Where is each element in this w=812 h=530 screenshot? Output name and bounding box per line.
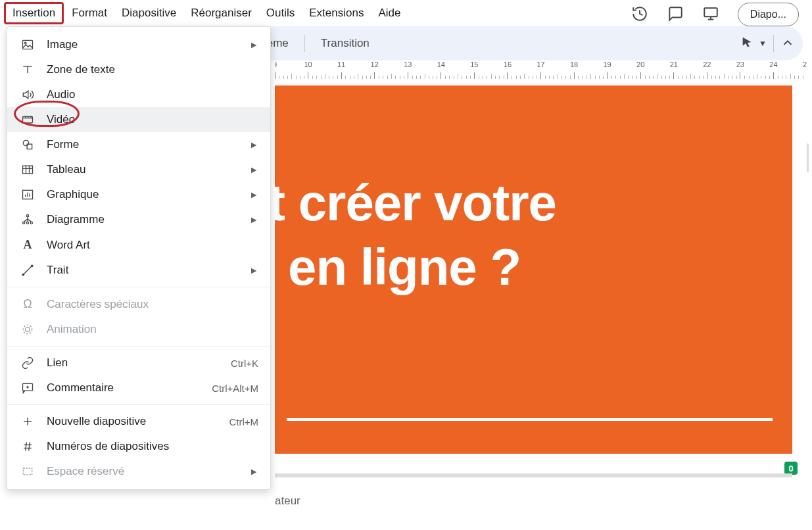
- menu-item-link[interactable]: Lien Ctrl+K: [7, 350, 270, 375]
- menu-item-textbox[interactable]: Zone de texte: [7, 57, 270, 82]
- menu-extensions[interactable]: Extensions: [302, 4, 370, 22]
- menu-item-video[interactable]: Vidéo: [7, 107, 270, 132]
- menu-item-shape[interactable]: Forme ►: [7, 132, 270, 157]
- menu-label: Réorganiser: [191, 7, 252, 19]
- submenu-arrow-icon: ►: [249, 466, 258, 477]
- menu-item-placeholder: Espace réservé ►: [7, 459, 270, 484]
- menu-item-shortcut: Ctrl+K: [231, 358, 258, 369]
- slideshow-button[interactable]: Diapo...: [738, 3, 799, 26]
- svg-point-37: [26, 327, 30, 332]
- audio-icon: [20, 88, 35, 101]
- menu-item-label: Animation: [47, 323, 258, 336]
- svg-point-7: [24, 42, 26, 44]
- submenu-arrow-icon: ►: [249, 164, 258, 175]
- toolbar-right: ▼: [740, 35, 795, 52]
- speaker-notes-text: ateur: [275, 494, 300, 507]
- svg-rect-6: [23, 40, 33, 49]
- diagram-icon: [20, 213, 35, 226]
- svg-point-26: [26, 215, 28, 217]
- transition-button[interactable]: Transition: [312, 32, 379, 55]
- comment-icon[interactable]: [667, 5, 684, 24]
- menu-item-label: Trait: [47, 264, 237, 277]
- menu-item-label: Diagramme: [47, 213, 237, 226]
- menu-aide[interactable]: Aide: [371, 4, 407, 22]
- svg-rect-48: [23, 468, 32, 475]
- menu-item-diagram[interactable]: Diagramme ►: [7, 207, 270, 232]
- table-icon: [20, 163, 35, 176]
- menu-item-animation: Animation: [7, 317, 270, 342]
- slide-title[interactable]: t créer votre en ligne ?: [275, 171, 556, 299]
- dropdown-caret-icon[interactable]: ▼: [759, 39, 767, 48]
- history-icon[interactable]: [631, 5, 648, 24]
- line-icon: [20, 264, 35, 277]
- svg-line-33: [28, 219, 32, 222]
- side-panel-handle[interactable]: [803, 132, 812, 184]
- svg-line-46: [26, 442, 27, 450]
- slide-title-line: en ligne ?: [275, 235, 556, 300]
- menu-item-label: Audio: [47, 88, 258, 101]
- menu-item-label: Espace réservé: [47, 465, 237, 478]
- slideshow-button-label: Diapo...: [750, 9, 786, 20]
- menu-item-special-chars: Ω Caractères spéciaux: [7, 291, 270, 317]
- slide[interactable]: t créer votre en ligne ?: [275, 85, 792, 454]
- insertion-dropdown: Image ► Zone de texte Audio Vidéo Forme …: [7, 26, 271, 490]
- toolbar-separator: [773, 35, 774, 52]
- submenu-arrow-icon: ►: [249, 214, 258, 225]
- menu-format[interactable]: Format: [65, 4, 114, 22]
- menu-diapositive[interactable]: Diapositive: [115, 4, 183, 22]
- menu-item-slide-numbers[interactable]: Numéros de diapositives: [7, 434, 270, 459]
- svg-line-31: [24, 219, 28, 222]
- wordart-icon: A: [20, 238, 35, 252]
- svg-rect-0: [704, 8, 717, 16]
- collapse-toolbar-icon[interactable]: [780, 36, 795, 52]
- cursor-mode-icon[interactable]: [740, 36, 755, 52]
- menu-reorganiser[interactable]: Réorganiser: [184, 4, 258, 22]
- svg-point-16: [23, 140, 28, 145]
- toolbar-separator: [304, 35, 305, 52]
- menu-item-label: Image: [47, 38, 237, 51]
- chart-icon: [20, 188, 35, 201]
- menu-item-image[interactable]: Image ►: [7, 32, 270, 57]
- menu-separator: [7, 346, 270, 347]
- menu-item-label: Graphique: [47, 188, 237, 201]
- top-right-icons: Diapo...: [625, 0, 805, 29]
- present-icon[interactable]: [702, 5, 719, 24]
- menu-item-shortcut: Ctrl+M: [229, 416, 258, 427]
- svg-marker-10: [23, 91, 28, 99]
- shape-icon: [20, 138, 35, 151]
- menu-outils[interactable]: Outils: [260, 4, 301, 22]
- menu-item-audio[interactable]: Audio: [7, 82, 270, 107]
- toolbar-label: Transition: [321, 37, 370, 49]
- speaker-notes[interactable]: ateur: [275, 473, 792, 508]
- menu-separator: [7, 404, 270, 405]
- menu-item-new-slide[interactable]: Nouvelle diapositive Ctrl+M: [7, 409, 270, 434]
- horizontal-ruler: 910111213141516171819202122232425: [275, 60, 807, 79]
- menu-item-label: Word Art: [47, 239, 258, 252]
- submenu-arrow-icon: ►: [249, 189, 258, 200]
- svg-rect-18: [23, 166, 33, 174]
- svg-point-27: [23, 222, 25, 224]
- animation-icon: [20, 323, 35, 336]
- menu-item-shortcut: Ctrl+Alt+M: [212, 383, 258, 394]
- submenu-arrow-icon: ►: [249, 139, 258, 150]
- submenu-arrow-icon: ►: [249, 265, 258, 276]
- menu-item-label: Zone de texte: [47, 63, 258, 76]
- menu-item-label: Forme: [47, 138, 237, 151]
- video-icon: [20, 113, 35, 126]
- svg-point-29: [30, 222, 32, 224]
- slide-title-line: t créer votre: [275, 171, 556, 235]
- menu-item-comment[interactable]: Commentaire Ctrl+Alt+M: [7, 375, 270, 400]
- menu-label: Insertion: [12, 7, 55, 19]
- omega-icon: Ω: [20, 297, 35, 311]
- menu-item-chart[interactable]: Graphique ►: [7, 182, 270, 207]
- menu-separator: [7, 287, 270, 287]
- menu-label: Outils: [266, 7, 295, 19]
- menu-item-wordart[interactable]: A Word Art: [7, 232, 270, 258]
- menu-insertion[interactable]: Insertion: [4, 2, 64, 24]
- slide-canvas[interactable]: t créer votre en ligne ? 0: [275, 85, 792, 467]
- svg-point-36: [31, 265, 32, 267]
- svg-point-28: [26, 222, 28, 224]
- menu-item-table[interactable]: Tableau ►: [7, 157, 270, 182]
- textbox-icon: [20, 63, 35, 76]
- menu-item-line[interactable]: Trait ►: [7, 258, 270, 283]
